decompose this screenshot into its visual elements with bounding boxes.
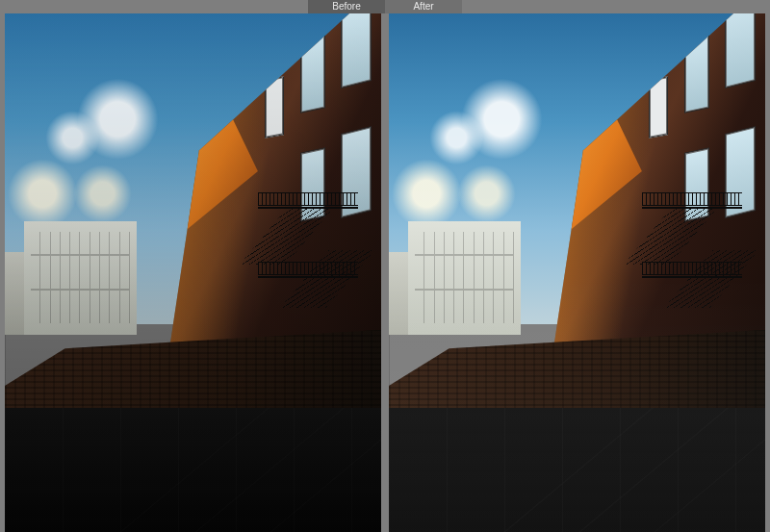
tab-before[interactable]: Before xyxy=(308,0,385,13)
tab-after[interactable]: After xyxy=(385,0,462,13)
compare-view: Before After xyxy=(0,0,770,532)
panel-divider[interactable] xyxy=(381,13,389,532)
before-panel[interactable] xyxy=(5,13,381,532)
after-panel[interactable] xyxy=(389,13,765,532)
compare-header: Before After xyxy=(0,0,770,13)
before-image xyxy=(5,13,381,532)
after-image xyxy=(389,13,765,532)
